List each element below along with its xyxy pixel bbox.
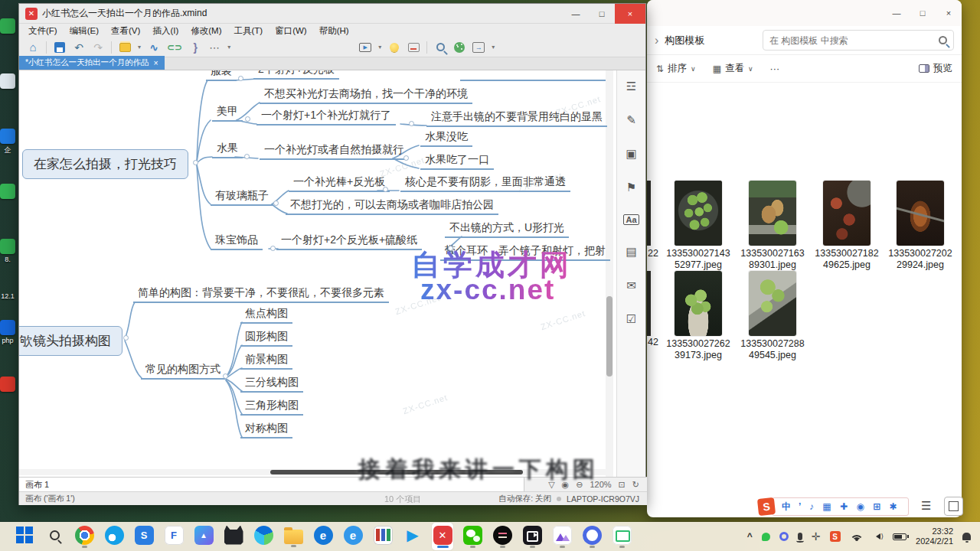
sort-button[interactable]: ⇅ 排序 ∨ [656,62,696,75]
more-tools-icon[interactable]: ⋯ [208,40,220,55]
menu-insert[interactable]: 插入(I) [152,25,178,37]
comment-icon[interactable]: ✉ [626,279,636,292]
sticker-icon[interactable]: ▣ [626,147,636,161]
topic-fruit-bitten[interactable]: 水果吃了一口 [420,152,494,170]
zoom-search-icon[interactable] [434,40,446,55]
notes-icon[interactable]: ▤ [626,245,636,259]
taskbar-xmind-active[interactable]: ✕ [432,523,453,550]
menu-view[interactable]: 查看(V) [111,25,140,37]
topic-glass-tip2[interactable]: 不想打光的，可以去商场或者咖啡店拍公园 [286,197,498,215]
export-caret-icon[interactable]: ▾ [492,44,495,51]
menu-window[interactable]: 窗口(W) [275,25,307,37]
topic-nails[interactable]: 美甲 [212,104,243,122]
topic-fruit-tip[interactable]: 一个补光灯或者自然拍摄就行 [260,142,408,160]
presentation-icon[interactable]: ▶ [359,43,371,52]
close-button[interactable]: × [936,0,962,26]
undo-icon[interactable]: ↶ [73,40,85,55]
volume-icon[interactable]: ⟩ [873,533,884,540]
taskbar-sogou-browser[interactable]: S [133,523,155,550]
close-button[interactable]: × [615,4,645,24]
file-thumbnail[interactable] [897,181,944,246]
document-tab[interactable]: *小红书怎么一天拍出一个月的作品 × [19,56,165,70]
start-button[interactable] [14,523,35,550]
file-thumbnail[interactable] [675,271,722,336]
search-input[interactable] [769,35,934,46]
breadcrumb[interactable]: 构图模板 [665,34,704,47]
taskbar-search-button[interactable] [44,523,65,550]
save-icon[interactable] [54,40,66,55]
export-icon[interactable]: → [472,42,485,53]
input-toolbar-icons[interactable]: ’ ♪ ▦ ✚ ◉ ⊞ ✱ [799,501,900,512]
topic-nails-tip2[interactable]: 一个射灯+1个补光灯就行了 [256,108,396,126]
notification-bell-icon[interactable] [962,533,971,540]
redo-icon[interactable]: ↷ [92,40,104,55]
topic-jewelry-noface[interactable]: 不出镜的方式，U形打光 [445,220,569,238]
taskbar-ie-browser[interactable]: e [342,523,364,550]
collapse-handle[interactable] [123,335,129,341]
maximize-button[interactable]: □ [589,4,615,24]
search-icon[interactable] [939,36,947,44]
view-button[interactable]: ▦ 查看 ∨ [713,62,753,75]
tray-gamepad-icon[interactable]: ✛ [812,530,821,543]
root-topic-lighting[interactable]: 在家怎么拍摄，打光技巧 [22,149,188,179]
file-name[interactable]: 13353002728849545.jpeg [737,338,808,361]
menu-file[interactable]: 文件(F) [28,25,57,37]
topic-fruit[interactable]: 水果 [212,141,243,158]
tray-expand-chevron[interactable]: ^ [747,531,753,542]
taskbar-circle-app[interactable] [581,523,603,550]
taskbar-wechat[interactable] [462,523,483,550]
topic-common-compositions[interactable]: 常见的构图方式 [141,362,225,380]
maximize-button[interactable]: □ [910,0,936,26]
menu-help[interactable]: 帮助(H) [319,25,349,37]
file-name[interactable]: 13353002718249625.jpeg [812,248,882,271]
sheet-icon[interactable] [119,40,131,55]
boundary-icon[interactable]: ⊂⊃ [167,40,182,55]
collapse-handle[interactable] [245,116,250,122]
collapse-handle[interactable] [270,246,276,251]
presentation-caret-icon[interactable]: ▾ [378,44,381,51]
topic-glass-bottle[interactable]: 有玻璃瓶子 [211,188,273,206]
breadcrumb-chevron-icon[interactable]: › [655,34,658,47]
collapse-handle[interactable] [273,201,279,206]
topic-fruit-whole[interactable]: 水果没吃 [420,129,472,147]
sheet-caret-icon[interactable]: ▾ [138,44,141,51]
topic-jewelry-tip[interactable]: 一个射灯+2个反光板+硫酸纸 [276,233,422,250]
topic-clothing[interactable]: 服装 [206,70,237,81]
tray-microphone-icon[interactable] [798,533,802,540]
collapse-handle[interactable] [238,76,243,81]
menu-tools[interactable]: 工具(T) [234,25,263,37]
label-icon[interactable]: Aa [623,214,639,225]
sogou-logo-icon[interactable]: S [757,497,776,516]
search-box[interactable] [763,30,954,51]
tab-close-icon[interactable]: × [154,58,158,67]
minimize-button[interactable]: — [884,0,910,26]
collapse-handle[interactable] [244,154,250,159]
file-thumbnail[interactable] [749,271,796,336]
relationship-icon[interactable]: ∿ [148,40,160,55]
share-icon[interactable] [453,40,466,55]
tray-sogou-icon[interactable]: S [830,531,841,542]
more-options-button[interactable]: ··· [770,64,780,74]
topic-triangle-composition[interactable]: 三角形构图 [240,398,303,416]
file-thumbnail[interactable] [675,181,722,246]
topic-glass-note[interactable]: 核心是不要有阴影，里面非常通透 [400,174,570,192]
taskbar-qq-browser[interactable] [103,523,125,550]
task-icon[interactable]: ☑ [626,312,636,326]
file-thumbnail[interactable] [823,181,871,246]
taskbar-winrar[interactable] [372,523,394,550]
format-brush-icon[interactable]: ✎ [626,113,636,127]
collapse-handle[interactable] [193,160,198,165]
taskbar-file-explorer[interactable] [283,523,304,550]
taskbar-player[interactable]: ▶ [402,523,423,550]
root-topic-composition[interactable]: 欨镜头拍摄构图 [19,326,122,356]
taskbar-clock[interactable]: 23:32 2024/2/21 [916,527,953,546]
more-caret-icon[interactable]: ▾ [227,44,230,51]
topic-symmetry-composition[interactable]: 对称构图 [240,421,292,439]
file-name[interactable]: 13353002726239173.jpeg [663,338,733,361]
input-mode-chinese[interactable]: 中 [782,500,791,514]
taskbar-screenshare-app[interactable] [611,523,632,550]
taskbar-mubu-app[interactable] [551,523,573,550]
topic-nails-tip1[interactable]: 不想买补光灯去商场拍，找一个干净的环境 [260,86,472,104]
taskbar-faststone[interactable]: F [163,523,185,550]
taskbar-2345-browser[interactable]: e [312,523,334,550]
